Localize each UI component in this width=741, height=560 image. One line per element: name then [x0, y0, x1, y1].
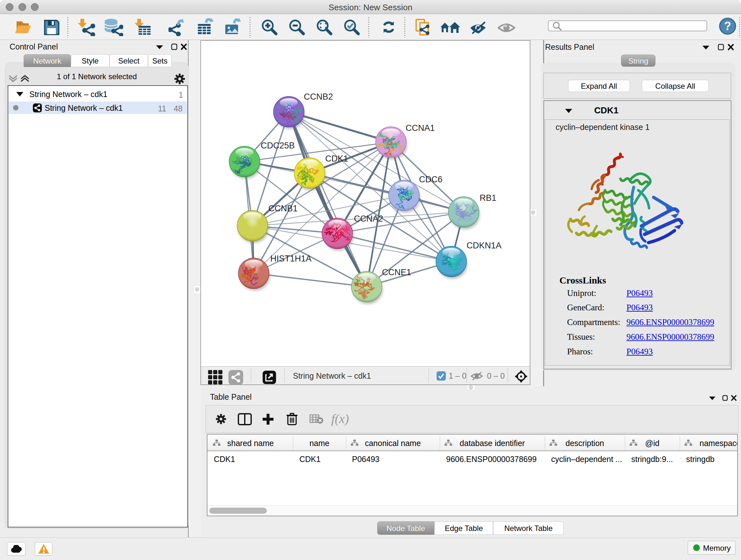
svg-text:CCNB2: CCNB2 [304, 92, 333, 102]
svg-text:RB1: RB1 [480, 193, 496, 203]
svg-text:CDK1: CDK1 [325, 154, 348, 164]
svg-text:CCNA1: CCNA1 [406, 123, 435, 133]
svg-text:CCNE1: CCNE1 [382, 267, 411, 277]
svg-text:CCNA2: CCNA2 [354, 214, 383, 224]
svg-text:?: ? [724, 19, 731, 33]
svg-text:HIST1H1A: HIST1H1A [270, 254, 312, 263]
svg-text:CCNB1: CCNB1 [268, 204, 298, 213]
svg-text:CDC25B: CDC25B [261, 141, 295, 150]
svg-text:CDKN1A: CDKN1A [467, 241, 502, 250]
svg-text:CDC6: CDC6 [419, 175, 443, 184]
